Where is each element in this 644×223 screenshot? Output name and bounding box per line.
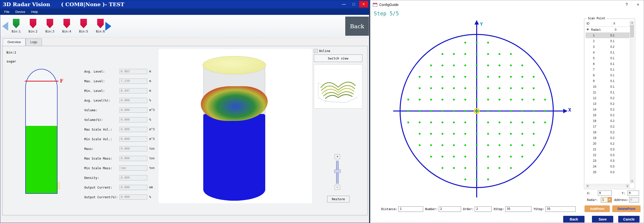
param-input[interactable]: 35 [545, 206, 576, 212]
dialog-close-icon[interactable]: × [632, 0, 644, 9]
maximize-icon[interactable]: □ [349, 1, 358, 8]
bin-button[interactable]: Bin:1 [11, 19, 22, 33]
scan-point-row[interactable]: 8 0.1 [586, 72, 630, 78]
back-button[interactable]: Back [345, 16, 369, 36]
restore-button[interactable]: Restore [327, 196, 350, 202]
online-checkbox[interactable]: ✓ [314, 49, 318, 53]
param-input[interactable]: 1 [398, 206, 423, 212]
tank-3d-view[interactable] [159, 49, 312, 203]
scan-point-row[interactable]: 4 0.1 [586, 50, 630, 55]
menu-item[interactable]: Device [13, 9, 28, 14]
radar-vision-window: 3D Radar Vision ( COM8|None )- TEST — □ … [0, 0, 369, 223]
zoom-slider-handle[interactable] [334, 170, 340, 173]
prev-bin-arrow-icon[interactable] [2, 22, 8, 31]
bin-button[interactable]: Bin:5 [78, 19, 89, 33]
field-input[interactable]: 0.000 [120, 194, 147, 200]
scan-point-row[interactable]: 25 0.3 [586, 169, 630, 175]
x-field-input[interactable]: 0 [598, 190, 612, 196]
column-header-id[interactable]: ID [586, 21, 612, 26]
scan-point-row[interactable]: 17 0.2 [586, 124, 630, 129]
scrollbar-thumb[interactable] [630, 25, 634, 37]
field-input[interactable]: 0.000 [120, 127, 147, 132]
minimize-icon[interactable]: — [339, 1, 348, 8]
next-bin-arrow-icon[interactable] [105, 22, 111, 31]
address-field-label: Address: [614, 198, 629, 202]
scan-point-row[interactable]: 14 0.2 [586, 106, 630, 112]
field-input[interactable]: 0.000 [120, 117, 147, 122]
field-input[interactable]: 0.000 [120, 185, 147, 190]
wizard-save-button[interactable]: Save [592, 216, 613, 222]
field-input[interactable]: 0.000 [120, 108, 147, 113]
scan-point-row[interactable]: 10 0.1 [586, 84, 630, 90]
chevron-down-icon[interactable]: ▼ [608, 198, 612, 202]
address-field-input[interactable]: 0 [629, 197, 639, 202]
scan-point-row[interactable]: 11 0.1 [586, 90, 630, 95]
delete-point-button[interactable]: DeletePoint [612, 206, 640, 212]
scroll-right-icon[interactable]: ► [626, 184, 630, 188]
scan-point-row[interactable]: 3 0.2 [586, 44, 630, 50]
bin-button[interactable]: Bin:4 [61, 19, 72, 33]
param-input[interactable]: 2 [475, 206, 492, 212]
y-field-input[interactable]: 0 [628, 190, 639, 196]
wizard-back-button[interactable]: Back [563, 216, 584, 222]
scan-point-row[interactable]: 22 0.3 [586, 152, 630, 158]
menu-item[interactable]: Help [29, 9, 40, 14]
radar-field-label: Radar: [587, 198, 598, 202]
surface-thumbnail[interactable] [314, 64, 362, 108]
scan-point-row[interactable]: 2 0.1 [586, 38, 630, 44]
scan-point-row[interactable]: 6 0.1 [586, 61, 630, 67]
wizard-cancel-button[interactable]: Cancle [618, 216, 640, 222]
param-input[interactable]: 2 [439, 206, 461, 212]
tab-logs[interactable]: Logs [26, 38, 42, 46]
scan-dot [453, 144, 455, 146]
add-point-button[interactable]: AddPoint [584, 206, 610, 212]
scan-point-row[interactable]: 12 0.2 [586, 95, 630, 101]
field-input[interactable]: 6.863 [120, 69, 147, 74]
scan-point-row[interactable]: 15 0.2 [586, 112, 630, 118]
column-header-x[interactable]: X [612, 21, 630, 26]
scroll-left-icon[interactable]: ◄ [586, 184, 590, 188]
bin-button[interactable]: Bin:2 [28, 19, 38, 33]
scan-point-row[interactable]: 23 0.3 [586, 158, 630, 164]
scan-point-row[interactable]: 18 0.2 [586, 129, 630, 135]
scroll-up-icon[interactable]: ▲ [630, 21, 634, 25]
help-icon[interactable]: ? [621, 0, 632, 9]
menu-item[interactable]: File [2, 9, 12, 14]
field-input[interactable]: 6.447 [120, 88, 147, 94]
scan-point-row[interactable]: 9 0.1 [586, 78, 630, 84]
field-input[interactable]: nan [120, 166, 147, 171]
scroll-down-icon[interactable]: ▼ [630, 180, 634, 183]
radar-select[interactable]: 1 ▼ [601, 197, 612, 202]
zoom-in-button[interactable]: + [335, 154, 340, 159]
close-icon[interactable]: × [359, 1, 368, 8]
scan-point-x: 0.1 [609, 51, 630, 54]
switch-view-button[interactable]: Switch view [314, 54, 362, 62]
scan-point-row[interactable]: 13 0.2 [586, 101, 630, 106]
field-input[interactable]: 0.000 [120, 175, 147, 180]
scan-point-row[interactable]: 20 0.2 [586, 141, 630, 146]
scan-point-row[interactable]: Radar1 0 [586, 27, 630, 32]
bin-button[interactable]: Bin:6 [95, 19, 106, 33]
field-input[interactable]: 0.000 [120, 98, 147, 103]
bin-button[interactable]: Bin:3 [44, 19, 55, 33]
scan-point-row[interactable]: 7 0.1 [586, 67, 630, 72]
scan-point-row[interactable]: 1 0.1 [586, 32, 630, 38]
param-input[interactable]: 35 [505, 206, 532, 212]
field-input[interactable]: 0.000 [120, 136, 147, 142]
scan-point-row[interactable]: 24 0.3 [586, 164, 630, 169]
scan-point-row[interactable]: 19 0.2 [586, 135, 630, 141]
field-input[interactable]: 7.239 [120, 78, 147, 84]
scan-point-row[interactable]: 21 0.3 [586, 146, 630, 152]
vertical-scrollbar[interactable]: ▲ ▼ [630, 21, 634, 183]
scan-point-row[interactable]: 5 0.1 [586, 55, 630, 61]
horizontal-scrollbar[interactable]: ◄ ► [586, 184, 630, 188]
scan-dot [487, 110, 489, 112]
tab-overview[interactable]: Overview [3, 38, 26, 46]
field-input[interactable]: 0.000 [120, 146, 147, 152]
zoom-out-button[interactable]: − [335, 185, 340, 190]
expand-chevron-icon[interactable] [586, 29, 589, 30]
scan-dot [476, 144, 478, 146]
origin-marker[interactable] [474, 108, 480, 114]
field-input[interactable]: 0.000 [120, 156, 147, 161]
scan-point-row[interactable]: 16 0.2 [586, 118, 630, 124]
